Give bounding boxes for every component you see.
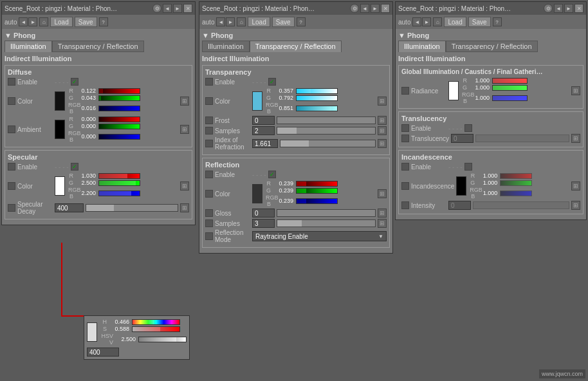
load-btn-1[interactable]: Load (50, 17, 72, 27)
intensity-cb[interactable] (401, 201, 409, 209)
tab-transparency-1[interactable]: Transparency / Reflection (52, 41, 144, 52)
intensity-expand[interactable]: ⊞ (571, 201, 580, 210)
transp-enable-check[interactable] (268, 78, 276, 86)
specular-decay-cb[interactable] (8, 204, 15, 212)
incan-g-bar[interactable] (500, 180, 532, 186)
diffuse-enable-cb[interactable] (8, 78, 15, 86)
specular-color-swatch[interactable] (55, 176, 65, 196)
popup-bottom-input[interactable] (87, 348, 119, 357)
gloss-slider[interactable] (277, 209, 376, 217)
transp-color-cb[interactable] (205, 97, 213, 105)
icon-settings-3[interactable]: ⚙ (544, 4, 553, 13)
icon-settings-1[interactable]: ⚙ (152, 4, 161, 13)
specular-decay-input[interactable] (55, 203, 84, 212)
load-btn-2[interactable]: Load (248, 17, 270, 27)
popup-h-bar[interactable] (132, 319, 180, 325)
diffuse-r-bar[interactable] (98, 88, 140, 94)
spec-b-bar[interactable] (98, 190, 140, 196)
icon-arrow-4[interactable]: ► (371, 4, 380, 13)
radiance-b-bar[interactable] (492, 95, 528, 101)
icon-home-3[interactable]: ⌂ (433, 17, 442, 26)
diffuse-expand[interactable]: ⊞ (180, 97, 189, 106)
transp-samples-cb[interactable] (205, 127, 213, 135)
trans-enable-check[interactable] (464, 124, 472, 132)
popup-v-bar[interactable] (138, 337, 187, 342)
save-btn-1[interactable]: Save (75, 17, 97, 27)
translucency-val-cb[interactable] (401, 135, 409, 142)
transp-samples-expand[interactable]: ⊞ (378, 126, 387, 135)
spec-g-bar[interactable] (98, 180, 140, 186)
radiance-r-bar[interactable] (492, 78, 528, 84)
tab-transparency-2[interactable]: Transparency / Reflection (250, 41, 342, 52)
icon-close-1[interactable]: ✕ (183, 4, 192, 13)
trans-enable-cb[interactable] (401, 124, 409, 132)
frost-cb[interactable] (205, 116, 213, 124)
gloss-expand[interactable]: ⊞ (378, 209, 387, 218)
specular-color-cb[interactable] (8, 182, 15, 190)
transp-samples-slider[interactable] (277, 127, 376, 135)
nav-fwd-1[interactable]: ► (28, 17, 37, 26)
diffuse-color-cb[interactable] (8, 97, 15, 105)
refl-samples-input[interactable] (252, 219, 275, 228)
refl-color-cb[interactable] (205, 190, 213, 198)
frost-slider[interactable] (277, 116, 376, 124)
ambient-cb[interactable] (8, 125, 15, 133)
tab-illumination-2[interactable]: Illumination (202, 41, 250, 52)
transp-g-bar[interactable] (296, 95, 338, 101)
refl-mode-dropdown[interactable]: Raytracing Enable ▼ (252, 231, 387, 241)
refl-b-bar[interactable] (296, 198, 338, 204)
diffuse-g-bar[interactable] (98, 95, 140, 101)
icon-close-3[interactable]: ✕ (574, 4, 583, 13)
nav-fwd-2[interactable]: ► (226, 17, 235, 26)
transp-samples-input[interactable] (252, 126, 275, 135)
intensity-input[interactable] (448, 201, 471, 210)
icon-arrow-5[interactable]: ◄ (554, 4, 563, 13)
specular-enable-cb[interactable] (8, 163, 15, 171)
save-btn-3[interactable]: Save (468, 17, 491, 27)
translucency-val-input[interactable] (451, 134, 473, 143)
transp-color-swatch[interactable] (252, 91, 262, 111)
save-btn-2[interactable]: Save (272, 17, 295, 27)
spec-r-bar[interactable] (98, 173, 140, 179)
icon-help-3[interactable]: ? (493, 17, 502, 26)
incan-expand[interactable]: ⊞ (571, 181, 580, 190)
radiance-g-bar[interactable] (492, 85, 528, 91)
specular-decay-slider[interactable] (86, 204, 178, 212)
refl-samples-slider[interactable] (277, 219, 376, 227)
gloss-cb[interactable] (205, 209, 213, 217)
radiance-expand[interactable]: ⊞ (571, 86, 580, 95)
tab-illumination-3[interactable]: Illumination (398, 41, 446, 52)
specular-decay-expand[interactable]: ⊞ (180, 203, 189, 212)
nav-back-3[interactable]: ◄ (412, 17, 421, 26)
icon-arrow-1[interactable]: ◄ (163, 4, 172, 13)
incan-color-cb[interactable] (401, 182, 409, 190)
ior-expand[interactable]: ⊞ (378, 139, 387, 148)
refl-mode-cb[interactable] (205, 232, 213, 240)
refl-g-bar[interactable] (296, 188, 338, 194)
ior-slider[interactable] (280, 140, 376, 147)
transp-expand[interactable]: ⊞ (378, 97, 387, 106)
ior-input[interactable] (252, 139, 278, 148)
load-btn-3[interactable]: Load (444, 17, 466, 27)
refl-expand[interactable]: ⊞ (378, 189, 387, 198)
transp-enable-cb[interactable] (205, 78, 213, 86)
popup-s-bar[interactable] (132, 326, 180, 332)
nav-back-1[interactable]: ◄ (19, 17, 28, 26)
popup-swatch[interactable] (87, 322, 97, 342)
refl-r-bar[interactable] (296, 181, 338, 187)
specular-enable-check[interactable] (71, 163, 78, 171)
nav-back-2[interactable]: ◄ (216, 17, 225, 26)
refl-samples-expand[interactable]: ⊞ (378, 219, 387, 228)
icon-help-1[interactable]: ? (99, 17, 108, 26)
ambient-r-bar[interactable] (98, 116, 140, 122)
refl-enable-cb[interactable] (205, 171, 213, 178)
icon-arrow-6[interactable]: ► (564, 4, 573, 13)
incan-enable-cb[interactable] (401, 163, 409, 171)
icon-arrow-3[interactable]: ◄ (360, 4, 369, 13)
transp-b-bar[interactable] (296, 106, 338, 111)
specular-expand[interactable]: ⊞ (180, 181, 189, 190)
incan-r-bar[interactable] (500, 173, 532, 179)
icon-help-2[interactable]: ? (297, 17, 306, 26)
icon-settings-2[interactable]: ⚙ (350, 4, 359, 13)
ambient-expand[interactable]: ⊞ (180, 125, 189, 134)
